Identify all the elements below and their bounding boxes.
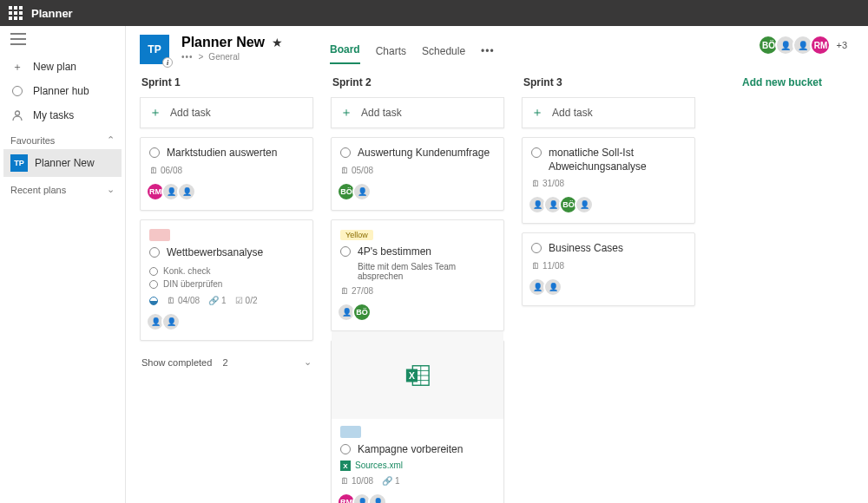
plus-icon: ＋ xyxy=(149,105,161,121)
assignee-avatar[interactable]: 👤 xyxy=(368,493,387,503)
favourite-star-icon[interactable]: ★ xyxy=(272,36,283,49)
due-date: 🗓27/08 xyxy=(340,286,373,296)
favourite-plan-item[interactable]: TP Planner New xyxy=(3,149,122,177)
tab-more-icon[interactable]: ••• xyxy=(481,45,495,64)
bucket: Sprint 2 ＋ Add task Auswertung Kundenumf… xyxy=(331,73,504,503)
show-completed-toggle[interactable]: Show completed 2 ⌄ xyxy=(140,349,313,375)
assignee-avatar[interactable]: 👤 xyxy=(161,312,181,331)
complete-toggle[interactable] xyxy=(149,247,160,258)
task-note: Bitte mit dem Sales Team absprechen xyxy=(358,262,495,281)
calendar-icon: 🗓 xyxy=(340,166,349,175)
complete-toggle[interactable] xyxy=(531,147,542,158)
assignee-avatar[interactable]: BÖ xyxy=(352,303,372,322)
assignee-list[interactable]: 👤 BÖ xyxy=(340,303,495,322)
task-card[interactable]: Business Cases 🗓11/08 👤 👤 xyxy=(522,232,695,306)
calendar-icon: 🗓 xyxy=(149,166,158,175)
svg-point-0 xyxy=(16,111,20,115)
add-task-label: Add task xyxy=(361,107,402,119)
task-title: Wettbewerbsanalyse xyxy=(167,246,263,260)
assignee-avatar[interactable]: 👤 xyxy=(543,278,562,297)
add-task-button[interactable]: ＋ Add task xyxy=(522,97,695,128)
assignee-list[interactable]: 👤 👤 BÖ 👤 xyxy=(531,195,686,214)
tab-schedule[interactable]: Schedule xyxy=(422,45,465,64)
members-facepile[interactable]: BÖ 👤 👤 RM +3 xyxy=(761,35,854,56)
complete-toggle[interactable] xyxy=(531,243,542,253)
complete-toggle[interactable] xyxy=(340,147,351,158)
section-label: Recent plans xyxy=(10,185,66,195)
bucket: Sprint 1 ＋ Add task Marktstudien auswert… xyxy=(140,73,313,375)
bucket-title[interactable]: Sprint 3 xyxy=(522,73,695,97)
member-overflow-count[interactable]: +3 xyxy=(836,40,847,50)
breadcrumb[interactable]: ••• > General xyxy=(181,52,283,62)
due-date: 🗓 06/08 xyxy=(149,166,182,175)
assignee-list[interactable]: RM 👤 👤 xyxy=(149,182,304,201)
plus-icon: ＋ xyxy=(531,105,543,121)
favourite-plan-label: Planner New xyxy=(35,157,95,169)
plan-title: Planner New xyxy=(181,35,265,50)
task-title: Auswertung Kundenumfrage xyxy=(358,147,490,160)
complete-toggle[interactable] xyxy=(340,246,351,257)
attachment-link[interactable]: X Sources.xml xyxy=(340,461,495,471)
due-date: 🗓05/08 xyxy=(340,166,373,175)
checklist-item[interactable]: Konk. check xyxy=(149,265,304,278)
person-icon xyxy=(10,108,24,122)
due-date: 🗓10/08 xyxy=(340,476,373,486)
circle-icon xyxy=(10,84,24,98)
bucket: Sprint 3 ＋ Add task monatliche Soll-Ist … xyxy=(522,73,695,315)
app-launcher-icon[interactable] xyxy=(9,6,23,20)
section-label: Favourites xyxy=(10,135,55,146)
collapse-nav-button[interactable] xyxy=(0,26,125,55)
plan-tile-icon: TP xyxy=(10,154,28,172)
bucket-title[interactable]: Sprint 1 xyxy=(140,73,313,97)
nav-planner-hub[interactable]: Planner hub xyxy=(0,79,125,103)
task-card[interactable]: Marktstudien auswerten 🗓 06/08 RM 👤 👤 xyxy=(140,137,313,211)
breadcrumb-group: General xyxy=(208,52,240,62)
chevron-down-icon: ⌄ xyxy=(107,184,115,195)
tab-board[interactable]: Board xyxy=(330,43,360,64)
favourites-section-toggle[interactable]: Favourites ⌃ xyxy=(0,127,125,149)
add-task-label: Add task xyxy=(170,107,211,119)
task-card[interactable]: X Kampagne vorbereiten X Sources.xml 🗓10… xyxy=(331,340,504,503)
task-title: Kampagne vorbereiten xyxy=(358,443,463,457)
complete-toggle[interactable] xyxy=(149,147,160,158)
nav-my-tasks[interactable]: My tasks xyxy=(0,103,125,127)
bucket-title[interactable]: Sprint 2 xyxy=(331,73,504,97)
task-card[interactable]: Auswertung Kundenumfrage 🗓05/08 BÖ 👤 xyxy=(331,137,504,211)
category-swatch xyxy=(149,229,170,241)
task-card[interactable]: Yellow 4P's bestimmen Bitte mit dem Sale… xyxy=(331,219,504,332)
progress-icon xyxy=(149,297,158,305)
task-title: 4P's bestimmen xyxy=(358,245,431,259)
calendar-icon: 🗓 xyxy=(167,296,175,305)
task-title: Marktstudien auswerten xyxy=(167,147,277,160)
excel-icon: X xyxy=(340,461,351,471)
plus-icon: ＋ xyxy=(340,105,352,121)
assignee-list[interactable]: BÖ 👤 xyxy=(340,182,495,201)
add-task-label: Add task xyxy=(552,107,593,119)
recent-section-toggle[interactable]: Recent plans ⌄ xyxy=(0,177,125,199)
tab-charts[interactable]: Charts xyxy=(376,45,406,64)
assignee-avatar[interactable]: 👤 xyxy=(177,182,196,201)
view-tabs: Board Charts Schedule ••• xyxy=(330,35,495,64)
task-card[interactable]: monatliche Soll-Ist Abweichungsanalyse 🗓… xyxy=(522,137,695,224)
due-date: 🗓11/08 xyxy=(531,261,564,271)
assignee-list[interactable]: 👤 👤 xyxy=(149,312,304,331)
assignee-list[interactable]: 👤 👤 xyxy=(531,278,686,297)
calendar-icon: 🗓 xyxy=(531,179,540,188)
checklist-item[interactable]: DIN überprüfen xyxy=(149,278,304,291)
add-task-button[interactable]: ＋ Add task xyxy=(140,97,313,128)
attachment-icon: 🔗 xyxy=(208,296,219,305)
nav-new-plan[interactable]: ＋ New plan xyxy=(0,55,125,79)
assignee-avatar[interactable]: 👤 xyxy=(352,182,372,201)
info-badge-icon[interactable]: i xyxy=(162,57,173,68)
add-bucket-button[interactable]: Add new bucket xyxy=(739,73,825,92)
calendar-icon: 🗓 xyxy=(340,476,349,486)
calendar-icon: 🗓 xyxy=(531,261,540,271)
add-task-button[interactable]: ＋ Add task xyxy=(331,97,504,128)
plan-header: TP i Planner New ★ ••• > General Board C… xyxy=(126,26,868,64)
assignee-list[interactable]: RM 👤 👤 xyxy=(340,493,495,503)
task-card[interactable]: Wettbewerbsanalyse Konk. check DIN überp… xyxy=(140,219,313,342)
attachment-icon: 🔗 xyxy=(382,476,392,486)
assignee-avatar[interactable]: 👤 xyxy=(575,195,594,214)
complete-toggle[interactable] xyxy=(340,444,351,454)
member-avatar[interactable]: RM xyxy=(810,35,831,56)
